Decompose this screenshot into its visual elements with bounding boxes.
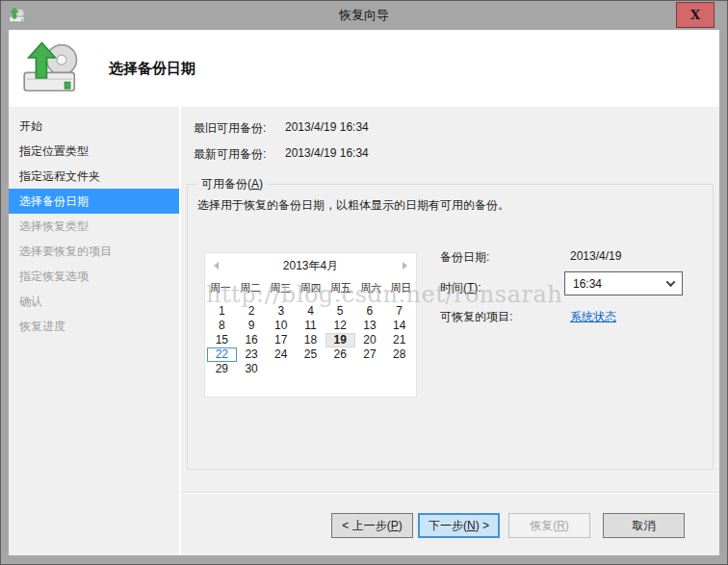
calendar-weekday: 周二 bbox=[235, 281, 265, 295]
calendar-day-8[interactable]: 8 bbox=[207, 319, 237, 333]
calendar-day-3[interactable]: 3 bbox=[266, 304, 296, 319]
calendar-weekday: 周三 bbox=[266, 281, 296, 295]
calendar-day-15[interactable]: 15 bbox=[207, 333, 237, 347]
oldest-backup-label: 最旧可用备份: bbox=[194, 120, 266, 137]
newest-backup-label: 最新可用备份: bbox=[194, 146, 266, 163]
calendar-day-10[interactable]: 10 bbox=[266, 319, 296, 333]
oldest-backup-value: 2013/4/19 16:34 bbox=[285, 120, 369, 134]
recovery-wizard-window: 恢复向导 X 选择备份日期 开始指定位置类型指定远程文件夹选择备份日期选择恢复类… bbox=[0, 0, 728, 565]
calendar-day-25[interactable]: 25 bbox=[296, 347, 325, 362]
calendar-weekday: 周四 bbox=[296, 281, 325, 295]
calendar-day-18[interactable]: 18 bbox=[296, 333, 325, 347]
sidebar-step-2: 指定位置类型 bbox=[9, 139, 179, 164]
calendar-weekday: 周一 bbox=[205, 281, 235, 295]
recoverable-items-label: 可恢复的项目: bbox=[440, 309, 512, 325]
wizard-header: 选择备份日期 bbox=[9, 30, 719, 107]
calendar-day-6[interactable]: 6 bbox=[355, 304, 385, 319]
sidebar-step-7: 指定恢复选项 bbox=[9, 264, 179, 289]
calendar-day-20[interactable]: 20 bbox=[355, 333, 385, 347]
next-button[interactable]: 下一步(N) > bbox=[418, 513, 500, 538]
time-select[interactable]: 16:34 bbox=[564, 271, 683, 295]
calendar-header: 2013年4月 bbox=[205, 253, 416, 278]
calendar-day-12[interactable]: 12 bbox=[325, 319, 355, 333]
sidebar-step-4: 选择备份日期 bbox=[9, 189, 179, 214]
groupbox-title: 可用备份(A) bbox=[197, 176, 267, 193]
close-icon: X bbox=[690, 9, 700, 21]
calendar-day-11[interactable]: 11 bbox=[296, 319, 325, 333]
calendar-day-24[interactable]: 24 bbox=[266, 347, 296, 362]
calendar-day-4[interactable]: 4 bbox=[296, 304, 325, 319]
recoverable-items-link[interactable]: 系统状态 bbox=[570, 309, 616, 325]
content-pane: 最旧可用备份: 2013/4/19 16:34 最新可用备份: 2013/4/1… bbox=[181, 107, 719, 555]
calendar-weekday: 周六 bbox=[355, 281, 385, 295]
calendar-day-5[interactable]: 5 bbox=[325, 304, 355, 319]
calendar-day-19[interactable]: 19 bbox=[325, 333, 355, 347]
calendar-month-title: 2013年4月 bbox=[219, 258, 403, 274]
sidebar-step-6: 选择要恢复的项目 bbox=[9, 239, 179, 264]
time-select-value: 16:34 bbox=[573, 277, 667, 291]
main-area: 开始指定位置类型指定远程文件夹选择备份日期选择恢复类型选择要恢复的项目指定恢复选… bbox=[9, 107, 719, 555]
calendar-day-17[interactable]: 17 bbox=[266, 333, 296, 347]
sidebar-step-5: 选择恢复类型 bbox=[9, 214, 179, 239]
calendar-day-26[interactable]: 26 bbox=[325, 347, 355, 362]
calendar-day-grid: 1234567891011121314151617181920212223242… bbox=[205, 297, 416, 376]
cancel-button[interactable]: 取消 bbox=[603, 513, 685, 538]
sidebar-step-9: 恢复进度 bbox=[9, 314, 179, 339]
calendar: 2013年4月 周一周二周三周四周五周六周日 12345678910111213… bbox=[204, 252, 417, 398]
calendar-day-21[interactable]: 21 bbox=[384, 333, 414, 347]
calendar-day-2[interactable]: 2 bbox=[237, 304, 267, 319]
calendar-day-27[interactable]: 27 bbox=[355, 347, 385, 362]
backup-date-value: 2013/4/19 bbox=[570, 249, 621, 263]
calendar-day-29[interactable]: 29 bbox=[207, 362, 237, 376]
sidebar-step-1: 开始 bbox=[9, 114, 179, 139]
recover-button[interactable]: 恢复(R) bbox=[508, 513, 590, 538]
close-button[interactable]: X bbox=[676, 2, 715, 28]
calendar-day-23[interactable]: 23 bbox=[237, 347, 267, 362]
calendar-weekday: 周日 bbox=[386, 281, 416, 295]
calendar-day-30[interactable]: 30 bbox=[237, 362, 267, 376]
calendar-day-14[interactable]: 14 bbox=[384, 319, 414, 333]
calendar-day-1[interactable]: 1 bbox=[207, 304, 237, 319]
client-area: 选择备份日期 开始指定位置类型指定远程文件夹选择备份日期选择恢复类型选择要恢复的… bbox=[9, 30, 719, 555]
calendar-day-22[interactable]: 22 bbox=[207, 347, 237, 362]
button-separator bbox=[181, 492, 719, 494]
calendar-day-7[interactable]: 7 bbox=[384, 304, 414, 319]
calendar-weekday-row: 周一周二周三周四周五周六周日 bbox=[205, 278, 416, 297]
calendar-day-16[interactable]: 16 bbox=[237, 333, 267, 347]
newest-backup-value: 2013/4/19 16:34 bbox=[285, 146, 369, 160]
time-label: 时间(T): bbox=[440, 280, 481, 296]
restore-drive-icon bbox=[22, 40, 82, 96]
sidebar-step-3: 指定远程文件夹 bbox=[9, 164, 179, 189]
wizard-steps-sidebar: 开始指定位置类型指定远程文件夹选择备份日期选择恢复类型选择要恢复的项目指定恢复选… bbox=[9, 107, 179, 555]
window-title: 恢复向导 bbox=[1, 7, 727, 24]
sidebar-step-8: 确认 bbox=[9, 289, 179, 314]
chevron-down-icon bbox=[666, 277, 676, 287]
instruction-text: 选择用于恢复的备份日期，以粗体显示的日期有可用的备份。 bbox=[197, 197, 509, 214]
titlebar: 恢复向导 X bbox=[1, 1, 727, 30]
calendar-day-28[interactable]: 28 bbox=[384, 347, 414, 362]
calendar-day-13[interactable]: 13 bbox=[355, 319, 385, 333]
available-backups-groupbox: 可用备份(A) 选择用于恢复的备份日期，以粗体显示的日期有可用的备份。 2013… bbox=[187, 184, 714, 470]
calendar-next-icon[interactable] bbox=[403, 262, 407, 270]
backup-date-label: 备份日期: bbox=[440, 249, 489, 266]
calendar-day-9[interactable]: 9 bbox=[237, 319, 267, 333]
page-title: 选择备份日期 bbox=[109, 60, 195, 78]
calendar-weekday: 周五 bbox=[325, 281, 355, 295]
back-button[interactable]: < 上一步(P) bbox=[331, 513, 413, 538]
